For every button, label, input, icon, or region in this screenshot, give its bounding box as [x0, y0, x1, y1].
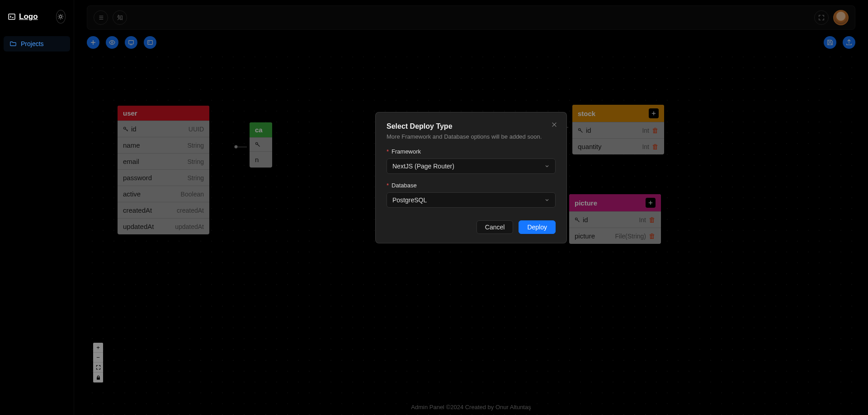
folder-icon [10, 41, 16, 47]
database-select[interactable]: PostgreSQL [387, 192, 556, 208]
sun-icon [57, 14, 64, 20]
theme-toggle[interactable] [56, 10, 66, 23]
deploy-modal: Select Deploy Type More Framework and Da… [375, 112, 567, 243]
modal-subtitle: More Framework and Database options will… [387, 133, 556, 140]
database-label: *Database [387, 182, 556, 189]
select-value: NextJS (Page Router) [392, 163, 454, 170]
chevron-down-icon [544, 163, 550, 169]
logo[interactable]: Logo [8, 12, 38, 21]
deploy-submit-button[interactable]: Deploy [519, 220, 556, 234]
modal-backdrop[interactable]: Select Deploy Type More Framework and Da… [74, 0, 868, 415]
framework-select[interactable]: NextJS (Page Router) [387, 159, 556, 174]
sidebar-item-projects[interactable]: Projects [4, 36, 70, 51]
svg-point-1 [60, 15, 62, 18]
main: 知 [74, 0, 868, 415]
modal-close-button[interactable] [551, 121, 557, 128]
chevron-down-icon [544, 197, 550, 203]
logo-text: Logo [19, 12, 38, 21]
close-icon [551, 121, 557, 128]
terminal-icon [8, 13, 15, 20]
sidebar: Logo Projects [0, 0, 74, 415]
cancel-button[interactable]: Cancel [476, 220, 514, 234]
svg-rect-0 [9, 14, 15, 19]
sidebar-item-label: Projects [21, 40, 44, 47]
modal-title: Select Deploy Type [387, 122, 556, 131]
framework-label: *Framework [387, 148, 556, 155]
select-value: PostgreSQL [392, 196, 427, 204]
